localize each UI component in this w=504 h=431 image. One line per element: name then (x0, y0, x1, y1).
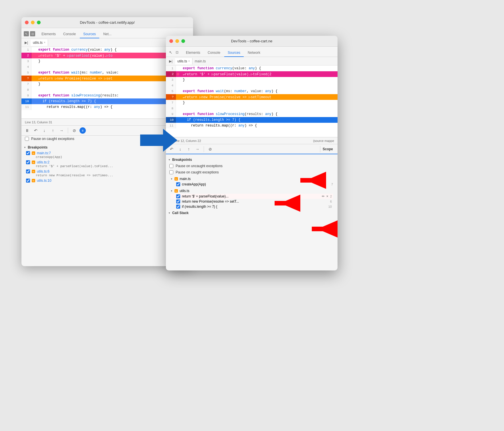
svg-rect-4 (275, 201, 292, 205)
debugger-toolbar-fg: ↶ ↓ ↑ → ⊘ Scope (166, 144, 338, 154)
bp-filename-main-bg: main.ts:7 (37, 151, 51, 155)
bp-code-main-bg: createApp(App) (26, 155, 188, 159)
bp-createapp-checkbox-fg[interactable] (176, 182, 180, 186)
sidebar-toggle-bg[interactable]: ▶| (24, 40, 29, 45)
breakpoints-header-fg[interactable]: Breakpoints (166, 157, 338, 163)
bp-utils6-code-fg: return new Promise(resolve => setT... (182, 199, 239, 203)
cursor-icon-fg[interactable]: ↖ (168, 50, 173, 55)
tab-network-bg[interactable]: Net... (100, 30, 115, 38)
bp-utils10-fg: if (results.length >= 7) { 10 (170, 204, 333, 209)
bp-file-icon-utils6-bg: ts (32, 170, 35, 173)
blue-arrow (140, 129, 177, 153)
remove-utils2-fg[interactable]: × (326, 194, 328, 198)
sidebar-toggle-fg[interactable]: ▶| (168, 59, 173, 64)
bp-filename-utils10-bg: utils.ts:10 (37, 179, 51, 183)
pause-caught-checkbox-bg[interactable] (25, 137, 29, 141)
step-over-btn-bg[interactable]: ↶ (32, 127, 39, 134)
bp-createapp-line-fg: 7 (331, 183, 333, 186)
bp-file-icon-utils10-bg: ts (32, 179, 35, 182)
svg-marker-0 (140, 129, 177, 152)
file-tab-utils-close-fg[interactable]: × (188, 60, 190, 63)
bp-utils2-line-fg: 2 (330, 195, 332, 198)
bp-checkbox-utils2-bg[interactable] (26, 160, 30, 164)
file-tab-main-fg[interactable]: main.ts (193, 58, 208, 64)
close-button-fg[interactable] (169, 39, 173, 43)
tab-elements-fg[interactable]: Elements (182, 49, 204, 57)
file-tab-utils-bg[interactable]: utils.ts × (31, 39, 48, 46)
cursor-icon-bg[interactable]: ↖ (24, 31, 29, 36)
tab-console-bg[interactable]: Console (60, 30, 79, 38)
tab-network-fg[interactable]: Network (244, 49, 264, 57)
bp-utils2-fg: return '$' + parseFloat(value)... ✏ × 2 (170, 194, 333, 199)
bp-utils6-checkbox-fg[interactable] (176, 199, 180, 203)
minimize-button-fg[interactable] (175, 39, 179, 43)
main-ts-label-fg: main.ts (180, 177, 191, 181)
tab-elements-bg[interactable]: Elements (38, 30, 59, 38)
bp-file-utils10-bg[interactable]: ts utils.ts:10 (26, 179, 188, 183)
code-line-10-fg: 10 if (results.length >= 7) { (166, 117, 338, 123)
bp-utils6-line-fg: 6 (330, 200, 332, 203)
chevron-main-fg: ▼ (170, 178, 173, 180)
code-line-8-fg: 8 (166, 106, 338, 111)
deactivate-btn-fg[interactable]: ⊘ (207, 146, 214, 153)
tab-sources-fg[interactable]: Sources (224, 49, 244, 57)
close-button-bg[interactable] (25, 21, 29, 24)
minimize-button-bg[interactable] (31, 21, 35, 24)
pause-caught-checkbox-fg[interactable] (169, 170, 173, 174)
bp-file-utils6-bg[interactable]: ts utils.ts:6 (26, 169, 188, 173)
file-tab-utils-close-bg[interactable]: × (44, 41, 45, 44)
step-btn-fg[interactable]: → (194, 146, 201, 153)
code-line-9-fg: 9 export function slowProcessing(results… (166, 111, 338, 117)
tab-sources-bg[interactable]: Sources (80, 30, 99, 38)
source-map-label-fg: (source mappe (313, 139, 334, 143)
step-into-btn-fg[interactable]: ↓ (177, 146, 184, 153)
code-line-7-fg: 7 } (166, 100, 338, 106)
bp-utils10-checkbox-fg[interactable] (176, 205, 180, 209)
code-line-2-fg: 2 ↵return '$' + ▷parseFloat(value).▷toFi… (166, 71, 338, 77)
pause-caught-label-fg: Pause on caught exceptions (176, 170, 219, 174)
tab-console-fg[interactable]: Console (204, 49, 224, 57)
pause-resume-btn-bg[interactable]: ⏸ (24, 127, 31, 134)
maximize-button-fg[interactable] (181, 39, 185, 43)
window-title-fg: DevTools - coffee-cart.ne (231, 39, 272, 43)
dock-icon-bg[interactable]: ⊡ (30, 31, 35, 36)
code-line-5-fg: 5 export function wait(ms: number, value… (166, 88, 338, 94)
status-bar-fg: {} Line 12, Column 22 (source mappe (166, 137, 338, 144)
bp-file-utils2-bg[interactable]: ts utils.ts:2 (26, 160, 188, 164)
file-tab-utils-name-bg: utils.ts (33, 41, 43, 45)
file-tab-utils-fg[interactable]: utils.ts × (175, 58, 193, 64)
maximize-button-bg[interactable] (37, 21, 41, 24)
edit-utils2-fg[interactable]: ✏ (322, 194, 325, 198)
utils-ts-icon-fg: ts (174, 189, 178, 193)
step-out-btn-fg[interactable]: ↑ (185, 146, 192, 153)
scope-label-fg: Scope (320, 146, 335, 152)
bp-utils2-checkbox-fg[interactable] (176, 194, 180, 198)
step-into-btn-bg[interactable]: ↓ (41, 127, 48, 134)
svg-rect-6 (312, 227, 329, 231)
chevron-utils-fg: ▼ (170, 190, 173, 192)
call-stack-header-fg[interactable]: Call Stack (166, 210, 338, 216)
bp-code-utils2-bg: return '$' + parseFloat(value).toFixed..… (26, 164, 188, 168)
bp-checkbox-main-bg[interactable] (26, 151, 30, 155)
step-btn-bg[interactable]: → (58, 127, 65, 134)
bp-filename-utils6-bg: utils.ts:6 (37, 169, 49, 173)
tab-icons-fg: ↖ ⊡ (168, 50, 180, 57)
bp-utils10-line-fg: 10 (328, 205, 332, 208)
code-editor-fg: 1 export function currency(value: any) {… (166, 66, 338, 137)
bp-checkbox-utils6-bg[interactable] (26, 169, 30, 173)
deactivate-btn-bg[interactable]: ⊘ (71, 127, 78, 134)
dock-icon-fg[interactable]: ⊡ (174, 50, 180, 55)
titlebar-fg: DevTools - coffee-cart.ne (166, 36, 338, 47)
bp-checkbox-utils10-bg[interactable] (26, 179, 30, 183)
file-tab-utils-name-fg: utils.ts (177, 59, 187, 63)
svg-rect-2 (300, 178, 318, 183)
code-line-6-fg: ? ↵return ▷new Promise(resolve => ▷setTi… (166, 94, 338, 100)
pause-btn-blue-bg[interactable]: ⏸ (80, 127, 86, 134)
code-line-1-fg: 1 export function currency(value: any) { (166, 66, 338, 71)
step-out-btn-bg[interactable]: ↑ (49, 127, 56, 134)
bp-file-icon-utils2-bg: ts (32, 161, 35, 164)
bp-filename-utils2-bg: utils.ts:2 (37, 160, 49, 164)
tab-icons-bg: ↖ ⊡ (24, 31, 35, 38)
code-line-3-fg: 3 } (166, 77, 338, 83)
pause-uncaught-checkbox-fg[interactable] (169, 164, 173, 168)
